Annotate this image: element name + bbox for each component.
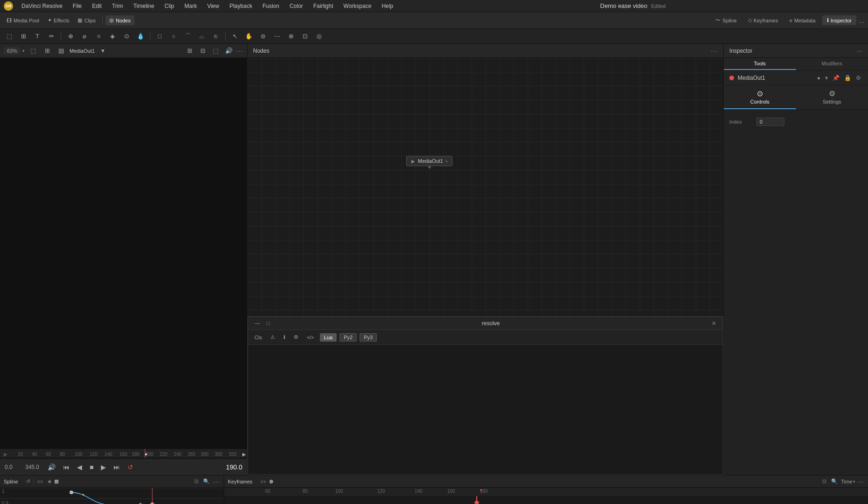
viewer-audio-btn[interactable]: 🔊 <box>223 45 234 56</box>
inspector-more-btn[interactable]: ··· <box>857 47 862 55</box>
console-py3-btn[interactable]: Py3 <box>360 333 377 342</box>
spline-code-btn[interactable]: <> <box>36 478 45 485</box>
viewer-aspect-btn[interactable]: ⊞ <box>184 45 195 56</box>
console-code-btn[interactable]: </> <box>304 334 317 341</box>
nodes-more-btn[interactable]: ··· <box>711 47 718 55</box>
console-cls-btn[interactable]: Cls <box>252 334 265 341</box>
console-settings-btn[interactable]: ⚙ <box>291 333 301 341</box>
node-lock-btn[interactable]: 🔒 <box>843 74 853 82</box>
console-maximize-btn[interactable]: □ <box>265 319 272 328</box>
node-settings-btn[interactable]: ⚙ <box>854 74 862 82</box>
menu-file[interactable]: File <box>71 2 84 10</box>
metadata-button[interactable]: ≡ Metadata <box>784 16 820 25</box>
mask-tool[interactable]: ⊗ <box>285 31 296 42</box>
kf-zoom-btn[interactable]: 🔍 <box>830 478 839 485</box>
tab-tools[interactable]: Tools <box>724 58 796 70</box>
warp-tool[interactable]: ⎋ <box>210 31 221 42</box>
tab-controls[interactable]: ⊙ Controls <box>724 85 796 109</box>
kf-code-btn[interactable]: <> <box>259 478 268 485</box>
menu-playback[interactable]: Playback <box>227 2 254 10</box>
console-body[interactable] <box>248 345 723 475</box>
console-warning-btn[interactable]: ⚠ <box>268 333 278 341</box>
index-input[interactable] <box>756 118 784 126</box>
clips-button[interactable]: ▦ Clips <box>74 15 99 25</box>
spline-zoom-fit-btn[interactable]: ⊡ <box>193 478 200 485</box>
play-btn[interactable]: ▶ <box>99 462 108 472</box>
menu-timeline[interactable]: Timeline <box>131 2 156 10</box>
menu-clip[interactable]: Clip <box>162 2 176 10</box>
path-tool[interactable]: ⌒ <box>182 31 193 42</box>
console-close-btn[interactable]: ✕ <box>710 319 718 328</box>
spline-canvas[interactable]: 1 0.9 0.4 <box>0 488 224 504</box>
kf-more-btn[interactable]: ··· <box>857 478 864 485</box>
particles-tool[interactable]: ⋯ <box>271 31 282 42</box>
zoom-control[interactable]: 63% ▾ <box>4 47 25 55</box>
transform-tool[interactable]: ⊞ <box>18 31 29 42</box>
effects-button[interactable]: ✦ Effects <box>44 15 73 25</box>
node-color-btn[interactable]: ● <box>816 74 822 82</box>
play-reverse-btn[interactable]: ◀ <box>75 462 84 472</box>
eyedropper-tool[interactable]: 💧 <box>135 31 146 42</box>
clone-tool[interactable]: ⌗ <box>93 31 104 42</box>
spline-more-btn[interactable]: ··· <box>213 478 220 485</box>
viewer-node-dropdown[interactable]: ▾ <box>98 45 109 56</box>
menu-fusion[interactable]: Fusion <box>261 2 281 10</box>
menu-fairlight[interactable]: Fairlight <box>311 2 335 10</box>
console-lua-btn[interactable]: Lua <box>320 333 337 342</box>
menu-mark[interactable]: Mark <box>183 2 199 10</box>
mediaout1-node[interactable]: ▶ MediaOut1 ▪ <box>406 156 452 166</box>
text-tool[interactable]: T <box>32 31 43 42</box>
shape-rect-tool[interactable]: □ <box>154 31 165 42</box>
bezier-tool[interactable]: ⌓ <box>196 31 207 42</box>
viewer-icon-2[interactable]: ⊞ <box>42 45 53 56</box>
menu-edit[interactable]: Edit <box>90 2 104 10</box>
tracker-tool[interactable]: ⊡ <box>299 31 311 42</box>
color-wheel-tool[interactable]: ⊙ <box>121 31 132 42</box>
menu-davinci-resolve[interactable]: DaVinci Resolve <box>20 2 64 10</box>
spline-marker-btn[interactable]: ◈ <box>46 478 53 485</box>
pointer-tool[interactable]: ↖ <box>229 31 240 42</box>
spline-ctrl-1[interactable]: ↺ <box>25 478 32 485</box>
go-to-end-btn[interactable]: ⏭ <box>112 462 122 472</box>
go-to-start-btn[interactable]: ⏮ <box>61 462 71 472</box>
media-pool-button[interactable]: 🎞 Media Pool <box>3 16 43 25</box>
inspector-button[interactable]: ℹ Inspector <box>822 15 856 25</box>
stabilize-tool[interactable]: ◎ <box>313 31 325 42</box>
loop-btn[interactable]: ↺ <box>126 462 135 472</box>
stop-btn[interactable]: ■ <box>88 462 95 472</box>
volume-btn[interactable]: 🔊 <box>46 462 57 472</box>
shape-ellipse-tool[interactable]: ○ <box>168 31 179 42</box>
grab-tool[interactable]: ✋ <box>243 31 254 42</box>
select-tool[interactable]: ⬚ <box>4 31 15 42</box>
tab-settings[interactable]: ⚙ Settings <box>796 85 868 109</box>
zoom-area-tool[interactable]: ⊜ <box>257 31 268 42</box>
keyframes-button[interactable]: ◇ Keyframes <box>743 15 783 25</box>
menu-trim[interactable]: Trim <box>110 2 125 10</box>
nodes-button[interactable]: ◎ Nodes <box>106 15 134 25</box>
node-drop-btn[interactable]: ▾ <box>824 74 829 82</box>
nodes-canvas[interactable]: ▶ MediaOut1 ▪ — □ resolve ✕ Cls ⚠ <box>247 58 723 475</box>
spline-button[interactable]: 〜 Spline <box>711 15 741 26</box>
toolbar-more-button[interactable]: … <box>858 17 865 24</box>
keyframes-canvas[interactable] <box>224 496 868 504</box>
viewer-icon-1[interactable]: ⬚ <box>28 45 39 56</box>
console-py2-btn[interactable]: Py2 <box>339 333 357 342</box>
menu-color[interactable]: Color <box>288 2 305 10</box>
menu-workspace[interactable]: Workspace <box>342 2 374 10</box>
viewer-grid-toggle[interactable]: ▤ <box>56 45 67 56</box>
viewer-grid-btn[interactable]: ⊟ <box>197 45 208 56</box>
viewer-more-btn[interactable]: ··· <box>236 47 243 55</box>
brush-tool[interactable]: ⌀ <box>79 31 90 42</box>
menu-help[interactable]: Help <box>380 2 395 10</box>
pen-tool[interactable]: ✏ <box>46 31 57 42</box>
kf-zoom-fit-btn[interactable]: ⊡ <box>821 478 828 485</box>
menu-view[interactable]: View <box>205 2 221 10</box>
tab-modifiers[interactable]: Modifiers <box>796 58 868 70</box>
paint-tool[interactable]: ⊕ <box>65 31 76 42</box>
node-pin-btn[interactable]: 📌 <box>831 74 841 82</box>
highlight-tool[interactable]: ◈ <box>107 31 118 42</box>
console-info-btn[interactable]: ℹ <box>281 333 288 341</box>
console-minimize-btn[interactable]: — <box>253 319 262 328</box>
spline-zoom-btn[interactable]: 🔍 <box>202 478 211 485</box>
viewer-safe-btn[interactable]: ⬚ <box>210 45 221 56</box>
